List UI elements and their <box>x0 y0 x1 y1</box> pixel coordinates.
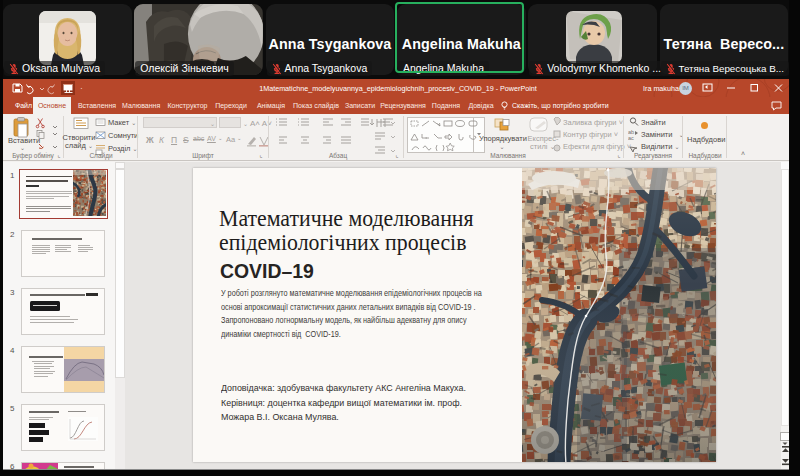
svg-text:ac: ac <box>628 135 634 141</box>
svg-text:⋅: ⋅ <box>80 84 83 93</box>
